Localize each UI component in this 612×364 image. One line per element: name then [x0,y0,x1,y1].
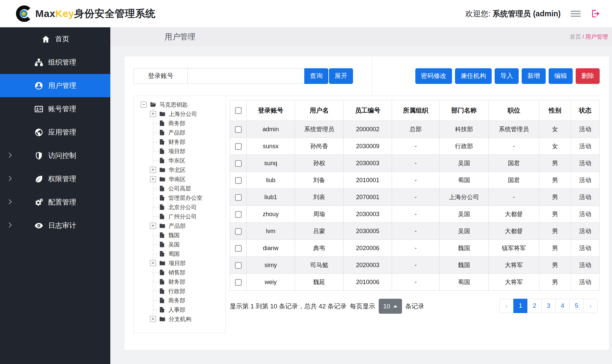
tree-node[interactable]: 人事部 [137,305,223,314]
page-button-4[interactable]: 4 [555,299,570,313]
expand-toggle-icon[interactable]: + [150,167,156,173]
cogs-icon [34,198,43,207]
sidebar-item-org[interactable]: 组织管理 [0,51,110,74]
expand-toggle-icon[interactable]: + [150,316,156,322]
concurrent-org-button[interactable]: 兼任机构 [455,68,492,84]
page-button-5[interactable]: 5 [569,299,584,313]
tree-node[interactable]: +上海分公司 [137,109,223,119]
tree-node[interactable]: 广州分公司 [137,212,223,221]
tree-node[interactable]: 财务部 [137,137,223,147]
expand-toggle-icon[interactable]: + [150,111,156,117]
expand-button[interactable]: 展开 [329,68,353,84]
tree-node[interactable]: 财务部 [137,277,223,286]
tree-node[interactable]: 商务部 [137,119,223,128]
page-button-2[interactable]: 2 [527,299,542,313]
tree-node-label: 广州分公司 [168,213,197,220]
expand-toggle-icon[interactable]: + [150,223,156,229]
header-right: 欢迎您: 系统管理员 (admin) [465,9,601,19]
file-icon [159,269,165,276]
row-checkbox[interactable] [235,126,242,133]
row-checkbox[interactable] [235,245,242,252]
expand-toggle-icon[interactable]: + [150,176,156,182]
tree-node[interactable]: 北京分公司 [137,202,223,212]
file-icon [159,306,165,313]
row-checkbox[interactable] [235,228,242,235]
tree-node[interactable]: +产品部 [137,221,223,230]
tree-node[interactable]: 魏国 [137,230,223,240]
page-size-dropdown[interactable]: 10 [379,299,402,314]
prev-page-button[interactable]: ‹ [499,299,514,313]
folder-open-icon [150,101,156,108]
tree-node-label: 华东区 [168,157,185,165]
tree-node[interactable]: 销售部 [137,268,223,277]
tree-node[interactable]: 吴国 [137,240,223,249]
row-checkbox[interactable] [235,160,242,167]
tree-node[interactable]: 管理层办公室 [137,193,223,202]
sidebar-item-account[interactable]: 账号管理 [0,97,110,121]
expand-toggle-icon[interactable]: + [150,260,156,266]
file-icon [159,120,165,127]
next-page-button[interactable]: › [583,299,598,313]
sidebar-item-permission[interactable]: 权限管理 [0,167,110,190]
table-cell: 2010006 [344,274,392,291]
sidebar-item-app[interactable]: 应用管理 [0,121,110,144]
file-icon [159,185,165,192]
tree-node[interactable]: 商务部 [137,296,223,305]
tree-node[interactable]: 蜀国 [137,249,223,258]
logout-icon[interactable] [591,9,601,19]
tree-node[interactable]: 公司高层 [137,184,223,193]
tree-node[interactable]: +项目部 [137,258,223,268]
tree-node[interactable]: 项目部 [137,147,223,156]
page-button-3[interactable]: 3 [541,299,556,313]
tree-node-label: 魏国 [168,231,180,239]
table-cell: 2030009 [344,138,392,155]
edit-button[interactable]: 编辑 [549,68,573,84]
tree-node[interactable]: 华东区 [137,156,223,165]
tree-node[interactable]: −马克思钥匙 [137,100,223,109]
row-checkbox[interactable] [235,194,242,201]
table-cell: 吴国 [440,155,489,172]
table-cell: - [489,138,539,155]
file-icon [159,241,165,248]
row-checkbox[interactable] [235,143,242,150]
table-row: admin系统管理员2000002总部科技部系统管理员女活动 [230,121,600,138]
create-button[interactable]: 新增 [522,68,546,84]
query-button[interactable]: 查询 [304,68,328,84]
tree-node[interactable]: +分支机构 [137,314,223,324]
delete-button[interactable]: 删除 [576,68,600,84]
row-select-cell [230,240,247,257]
breadcrumb-home-link[interactable]: 首页 [570,34,581,40]
row-checkbox[interactable] [235,177,242,184]
sidebar-item-home[interactable]: 首页 [0,27,110,51]
select-all-checkbox[interactable] [235,107,242,114]
column-header: 所属组织 [392,100,440,121]
tree-node[interactable]: +华北区 [137,165,223,175]
tree-node[interactable]: 产品部 [137,128,223,137]
leaf-icon [34,175,43,183]
row-checkbox[interactable] [235,279,242,286]
login-account-input[interactable] [188,68,304,84]
menu-icon[interactable] [571,9,581,19]
tree-node-label: 华北区 [169,166,186,174]
table-footer: 显示第 1 到第 10 条记录，总共 42 条记录 每页显示 10 条记录 ‹1… [230,299,600,314]
table-row: zhouy周瑜2030003-吴国大都督男活动 [230,206,600,223]
folder-icon [159,167,166,173]
row-checkbox[interactable] [235,211,242,218]
password-modify-button[interactable]: 密码修改 [415,68,452,84]
collapse-toggle-icon[interactable]: − [141,102,147,108]
row-checkbox[interactable] [235,262,242,269]
sidebar-item-access[interactable]: 访问控制 [0,144,110,167]
tree-node[interactable]: +华南区 [137,175,223,184]
page-title: 用户管理 [165,32,195,42]
page-button-1[interactable]: 1 [513,299,528,313]
folder-icon [159,176,166,182]
tree-node[interactable]: 行政部 [137,286,223,296]
sidebar-item-config[interactable]: 配置管理 [0,190,110,214]
table-cell: 活动 [571,121,600,138]
table-cell: 科技部 [440,121,489,138]
sidebar-item-user[interactable]: 用户管理 [0,74,110,97]
table-cell: 活动 [571,257,600,274]
sidebar-item-audit[interactable]: 日志审计 [0,214,110,237]
row-select-cell [230,121,247,138]
import-button[interactable]: 导入 [495,68,519,84]
